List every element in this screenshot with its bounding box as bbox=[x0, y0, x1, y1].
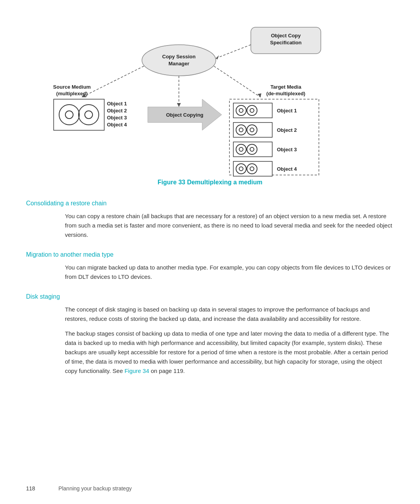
section-migration: Migration to another media type You can … bbox=[26, 251, 394, 282]
svg-marker-22 bbox=[177, 103, 181, 107]
svg-text:(de-multiplexed): (de-multiplexed) bbox=[266, 91, 305, 96]
svg-text:Object 2: Object 2 bbox=[107, 108, 127, 114]
body-migration: You can migrate backed up data to anothe… bbox=[65, 263, 394, 282]
svg-text:Object Copying: Object Copying bbox=[166, 112, 203, 118]
section-consolidating: Consolidating a restore chain You can co… bbox=[26, 200, 394, 240]
svg-text:Object 4: Object 4 bbox=[107, 122, 127, 128]
svg-text:Target Media: Target Media bbox=[270, 84, 301, 90]
svg-point-3 bbox=[142, 45, 216, 76]
svg-text:Manager: Manager bbox=[168, 61, 189, 66]
para-disk-staging-1: The concept of disk staging is based on … bbox=[65, 305, 394, 324]
svg-marker-7 bbox=[216, 55, 219, 60]
figure-caption: Figure 33 Demultiplexing a medium bbox=[26, 179, 394, 186]
svg-text:Object 3: Object 3 bbox=[277, 147, 297, 152]
heading-migration: Migration to another media type bbox=[26, 251, 394, 258]
svg-text:Specification: Specification bbox=[270, 40, 302, 46]
svg-text:Copy Session: Copy Session bbox=[162, 54, 196, 60]
svg-text:Object 3: Object 3 bbox=[107, 115, 127, 121]
section-disk-staging: Disk staging The concept of disk staging… bbox=[26, 293, 394, 376]
body-disk-staging: The concept of disk staging is based on … bbox=[65, 305, 394, 376]
svg-text:Object 4: Object 4 bbox=[277, 166, 297, 172]
svg-text:Object 2: Object 2 bbox=[277, 127, 297, 133]
svg-text:Object 1: Object 1 bbox=[107, 101, 127, 107]
svg-line-6 bbox=[216, 45, 251, 58]
para-disk-staging-2: The backup stages consist of backing up … bbox=[65, 329, 394, 376]
heading-disk-staging: Disk staging bbox=[26, 293, 394, 300]
svg-text:Object Copy: Object Copy bbox=[271, 33, 301, 38]
svg-line-52 bbox=[214, 66, 261, 97]
diagram-wrapper: Object Copy Specification Copy Session M… bbox=[26, 16, 394, 179]
page-container: Object Copy Specification Copy Session M… bbox=[0, 0, 420, 405]
footer-page-number: 118 bbox=[26, 485, 35, 492]
para-consolidating-1: You can copy a restore chain (all backup… bbox=[65, 212, 394, 240]
figure34-link[interactable]: Figure 34 bbox=[124, 368, 149, 374]
body-consolidating: You can copy a restore chain (all backup… bbox=[65, 212, 394, 240]
diagram-area: Object Copy Specification Copy Session M… bbox=[26, 16, 394, 186]
svg-text:Object 1: Object 1 bbox=[277, 108, 297, 114]
heading-consolidating: Consolidating a restore chain bbox=[26, 200, 394, 207]
page-footer: 118 Planning your backup strategy bbox=[26, 485, 394, 492]
svg-line-50 bbox=[82, 66, 144, 97]
para-migration-1: You can migrate backed up data to anothe… bbox=[65, 263, 394, 282]
footer-title: Planning your backup strategy bbox=[58, 485, 131, 492]
diagram-svg: Object Copy Specification Copy Session M… bbox=[35, 16, 385, 179]
svg-text:Source Medium: Source Medium bbox=[53, 84, 91, 90]
